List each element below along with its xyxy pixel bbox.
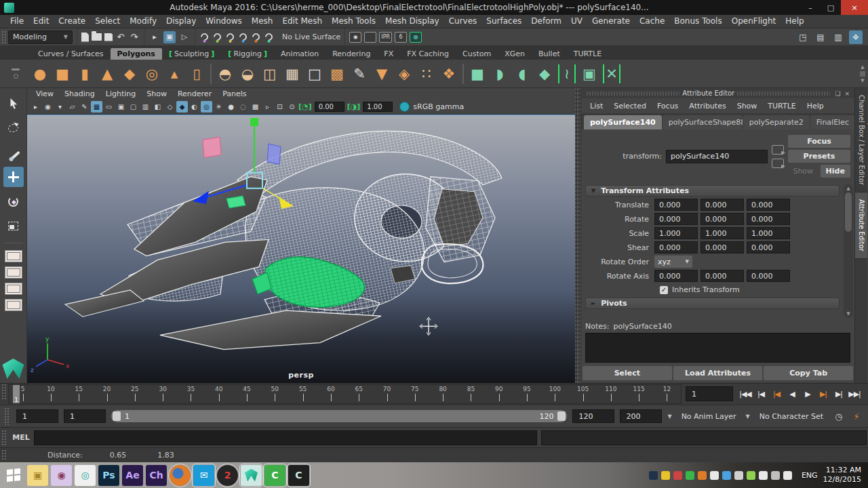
menu-item[interactable]: Generate (587, 15, 635, 28)
gamma-icon[interactable]: [◑] (347, 102, 361, 111)
animation-end-field[interactable]: 200 (620, 409, 662, 423)
film-gate-icon[interactable]: ▭ (103, 101, 115, 113)
menu-item[interactable]: Modify (125, 15, 161, 28)
drag-handle[interactable] (1, 384, 7, 401)
panel-menu-item[interactable]: View (31, 89, 58, 98)
channel-box-layer-editor-tab[interactable]: Channel Box / Layer Editor (855, 88, 867, 192)
camtasia[interactable]: C (264, 465, 285, 486)
shelf-tab[interactable]: Sculpting (162, 48, 221, 60)
value-field-z[interactable]: 0.000 (747, 199, 790, 211)
bend-deformer-icon[interactable]: ≀ (558, 64, 576, 83)
shelf-icon[interactable] (210, 64, 212, 84)
ae-menu-item[interactable]: Focus (652, 102, 683, 110)
breakout-tab-icon[interactable] (772, 159, 784, 168)
panel-menu-item[interactable]: Panels (218, 89, 251, 98)
ae-menu-item[interactable]: Attributes (684, 102, 730, 110)
rotate-axis-x[interactable]: 0.000 (654, 270, 698, 282)
modeling-toolkit-icon[interactable]: ◳ (796, 30, 810, 44)
ae-menu-item[interactable]: Selected (609, 102, 651, 110)
value-field-z[interactable]: 1.000 (747, 227, 790, 239)
animation-start-field[interactable]: 1 (16, 409, 58, 423)
panel-splitter[interactable] (575, 88, 580, 383)
playback-options-icon[interactable]: ◷ (833, 410, 845, 422)
play-backwards-button[interactable]: ◀ (785, 388, 799, 401)
ae-menu-item[interactable]: Help (802, 102, 829, 110)
multisample-icon[interactable]: ▩ (250, 101, 261, 113)
pivots-section[interactable]: ► Pivots (585, 298, 840, 309)
select-camera-icon[interactable]: ▸ (30, 101, 41, 113)
plugin-shading-icon[interactable]: ⊙ (286, 101, 298, 113)
ae-node-tab[interactable]: FinalElec (810, 115, 855, 129)
app-2[interactable]: 2 (217, 465, 238, 486)
phone-icon[interactable] (771, 471, 780, 480)
menu-item[interactable]: Curves (444, 15, 482, 28)
make-live-icon[interactable] (264, 32, 275, 43)
poly-sphere-icon[interactable]: ● (31, 64, 49, 83)
transform-attributes-section[interactable]: ▼ Transform Attributes (585, 185, 840, 197)
cloud-icon[interactable] (759, 471, 768, 480)
mail[interactable]: ✉ (193, 465, 214, 486)
layout-persp-outliner-button[interactable] (5, 283, 22, 295)
value-field-x[interactable]: 0.000 (654, 199, 698, 211)
playback-start-field[interactable]: 1 (64, 409, 106, 423)
character-animator[interactable]: Ch (146, 465, 167, 486)
attribute-editor-tab[interactable]: Attribute Editor (855, 192, 867, 259)
bevel-icon[interactable]: ◈ (395, 64, 413, 83)
color-management-toggle[interactable] (399, 102, 410, 112)
menu-item[interactable]: Mesh (247, 15, 278, 28)
grab-sculpt-icon[interactable]: ◆ (536, 64, 553, 83)
float-panel-icon[interactable]: ❏ (833, 90, 842, 97)
extrude-icon[interactable]: ▼ (373, 64, 391, 83)
node-name-field[interactable]: polySurface140 (666, 150, 768, 163)
snap-grid-icon[interactable] (199, 32, 210, 43)
metro-tiles-icon[interactable] (673, 471, 682, 480)
ae-node-tab[interactable]: polySeparate2 (743, 115, 810, 129)
channel-box-icon[interactable]: ▥ (831, 30, 845, 44)
step-forward-key-button[interactable]: ▶| (816, 388, 830, 401)
photoshop[interactable]: Ps (98, 465, 119, 486)
range-start-handle[interactable] (113, 411, 121, 421)
sculpt-icon[interactable]: ◗ (491, 64, 509, 83)
menu-item[interactable]: Windows (201, 15, 247, 28)
anim-layer-dropdown[interactable]: No Anim Layer (677, 409, 741, 423)
shadows-icon[interactable]: ☀ (213, 101, 224, 113)
snap-point-icon[interactable] (225, 32, 236, 43)
scrollbar-thumb[interactable] (845, 192, 852, 232)
menu-item[interactable]: Cache (635, 15, 669, 28)
shelf-tab[interactable]: Curves / Surfaces (31, 48, 111, 60)
drag-handle[interactable] (1, 449, 7, 461)
ae-node-tab[interactable]: polySurface140 (584, 115, 662, 129)
playback-end-field[interactable]: 120 (572, 409, 614, 423)
poly-torus-icon[interactable]: ◎ (143, 64, 161, 83)
render-view-icon[interactable]: ◉ (349, 32, 361, 43)
wifi-icon[interactable] (747, 471, 755, 480)
go-to-end-button[interactable]: ▶▶| (848, 388, 861, 401)
rotate-order-dropdown[interactable]: xyz ▼ (654, 256, 692, 268)
grid-icon[interactable]: ▦ (91, 101, 102, 113)
value-field-y[interactable]: 0.000 (701, 199, 744, 211)
current-time-field[interactable]: 1 (686, 386, 733, 401)
maximize-button[interactable]: □ (821, 0, 841, 15)
select-component-icon[interactable]: ▷ (178, 31, 191, 43)
menu-item[interactable]: Bonus Tools (669, 15, 726, 28)
drag-handle[interactable] (1, 30, 7, 44)
isolate-select-icon[interactable]: ▹ (262, 101, 273, 113)
pin-tab-icon[interactable] (772, 145, 784, 155)
lasso-tool[interactable] (3, 118, 24, 138)
textured-icon[interactable]: ◐ (189, 101, 200, 113)
panel-menu-item[interactable]: Show (142, 89, 172, 98)
after-effects[interactable]: Ae (122, 465, 143, 486)
go-to-start-button[interactable]: |◀◀ (738, 388, 752, 401)
scroll-up-icon[interactable]: ▲ (861, 64, 864, 70)
start-button[interactable] (0, 462, 27, 488)
spline-ik-icon[interactable]: ✕ (603, 64, 620, 83)
close-panel-icon[interactable]: × (842, 90, 852, 97)
menu-item[interactable]: Mesh Tools (327, 15, 380, 28)
notes-textarea[interactable] (585, 333, 850, 363)
menu-item[interactable]: Edit (28, 15, 54, 28)
poly-cube-icon[interactable]: ■ (54, 64, 71, 83)
rotate-axis-z[interactable]: 0.000 (747, 270, 790, 282)
value-field-x[interactable]: 1.000 (654, 227, 698, 239)
viewport-canvas[interactable]: y x z persp (27, 115, 575, 383)
menu-item[interactable]: Help (781, 15, 808, 28)
